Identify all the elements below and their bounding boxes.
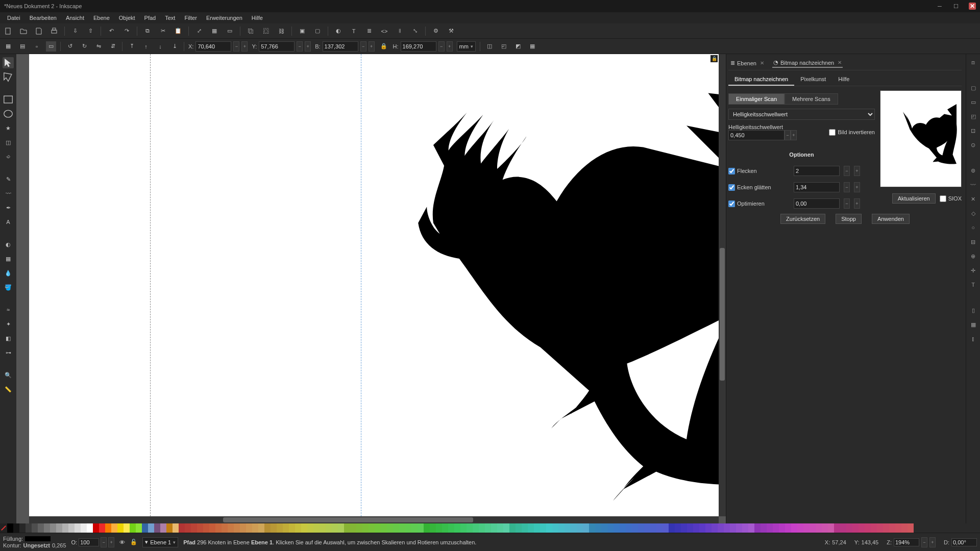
swatch[interactable] (816, 523, 822, 533)
apply-button[interactable]: Anwenden (872, 214, 910, 224)
swatch[interactable] (148, 523, 154, 533)
ellipse-tool-icon[interactable] (3, 108, 14, 119)
smooth-minus[interactable]: − (844, 182, 850, 192)
save-icon[interactable] (34, 26, 44, 36)
swatch[interactable] (705, 523, 712, 533)
flip-v-icon[interactable]: ⇵ (108, 41, 118, 52)
swatch[interactable] (277, 523, 283, 533)
flip-h-icon[interactable]: ⇋ (93, 41, 104, 52)
optimize-check[interactable]: Optimieren (728, 201, 790, 207)
paintbucket-tool-icon[interactable]: 🪣 (3, 282, 14, 293)
node-tool-icon[interactable] (3, 71, 14, 83)
swatch[interactable] (13, 523, 19, 533)
subtab-single[interactable]: Einmaliger Scan (728, 93, 785, 105)
star-tool-icon[interactable]: ★ (3, 122, 14, 134)
menu-datei[interactable]: Datei (3, 14, 24, 22)
b-minus[interactable]: − (360, 41, 366, 52)
dock-tab-trace[interactable]: ◔ Bitmap nachzeichnen ✕ (772, 58, 843, 68)
swatch[interactable] (797, 523, 803, 533)
swatch[interactable] (834, 523, 840, 533)
swatch[interactable] (448, 523, 454, 533)
pencil-tool-icon[interactable]: ✎ (3, 173, 14, 185)
swatch[interactable] (228, 523, 234, 533)
affect-gradient-icon[interactable]: ◩ (513, 41, 523, 52)
swatch[interactable] (626, 523, 632, 533)
menu-bearbeiten[interactable]: Bearbeiten (26, 14, 61, 22)
x-input[interactable] (195, 41, 231, 52)
menu-filter[interactable]: Filter (180, 14, 201, 22)
swatch[interactable] (93, 523, 99, 533)
menu-pfad[interactable]: Pfad (140, 14, 160, 22)
swatch[interactable] (240, 523, 246, 533)
swatch[interactable] (889, 523, 895, 533)
redo-icon[interactable]: ↷ (121, 26, 132, 36)
tweak-tool-icon[interactable]: ≈ (3, 304, 14, 315)
swatch[interactable] (271, 523, 277, 533)
affect-pattern-icon[interactable]: ▦ (527, 41, 537, 52)
menu-erweiterungen[interactable]: Erweiterungen (202, 14, 247, 22)
swatch[interactable] (418, 523, 424, 533)
snap-obj-center-icon[interactable]: ⊕ (968, 251, 978, 261)
swatch[interactable] (767, 523, 773, 533)
swatch[interactable] (179, 523, 185, 533)
swatch[interactable] (528, 523, 534, 533)
swatch[interactable] (430, 523, 436, 533)
close-icon[interactable]: ✕ (838, 60, 842, 65)
close-icon[interactable]: ✕ (760, 60, 764, 66)
rotate-ccw-icon[interactable]: ↺ (65, 41, 75, 52)
fill-swatch[interactable] (25, 536, 51, 541)
swatch[interactable] (601, 523, 607, 533)
horizontal-scrollbar[interactable] (29, 516, 719, 523)
clone-icon[interactable]: ⿴ (261, 26, 271, 36)
swatch[interactable] (681, 523, 687, 533)
swatch[interactable] (7, 523, 13, 533)
hscroll-thumb[interactable] (223, 517, 473, 522)
b-input[interactable] (323, 41, 358, 52)
mesh-tool-icon[interactable]: ▦ (3, 253, 14, 264)
import-icon[interactable]: ⇩ (70, 26, 80, 36)
rotation-input[interactable] (951, 538, 977, 546)
affect-corner-icon[interactable]: ◰ (499, 41, 509, 52)
h-plus[interactable]: + (447, 41, 453, 52)
unit-select[interactable]: mm (457, 41, 476, 52)
swatch[interactable] (895, 523, 901, 533)
swatch[interactable] (338, 523, 344, 533)
tab-help[interactable]: Hilfe (832, 73, 855, 86)
x-minus[interactable]: − (233, 41, 239, 52)
select-layer-icon[interactable]: ▤ (17, 41, 28, 52)
dropper-tool-icon[interactable]: 💧 (3, 267, 14, 279)
swatch[interactable] (632, 523, 638, 533)
swatch[interactable] (295, 523, 301, 533)
swatch[interactable] (687, 523, 693, 533)
swatch[interactable] (436, 523, 442, 533)
y-plus[interactable]: + (305, 41, 311, 52)
swatch[interactable] (558, 523, 565, 533)
color-palette[interactable]: // populated by script below (0, 523, 980, 533)
connector-tool-icon[interactable]: ⊶ (3, 347, 14, 358)
lock-ratio-icon[interactable]: 🔒 (379, 41, 389, 52)
rect-tool-icon[interactable] (3, 94, 14, 105)
layer-visible-icon[interactable]: 👁 (119, 539, 125, 545)
swatch[interactable] (160, 523, 166, 533)
swatch[interactable] (234, 523, 240, 533)
b-plus[interactable]: + (369, 41, 375, 52)
box3d-tool-icon[interactable]: ◫ (3, 137, 14, 148)
swatch[interactable] (313, 523, 320, 533)
snap-center-icon[interactable]: ⊙ (968, 140, 978, 150)
swatch[interactable] (130, 523, 136, 533)
snap-cusp-icon[interactable]: ◇ (968, 208, 978, 218)
swatch[interactable] (369, 523, 375, 533)
swatch[interactable] (38, 523, 44, 533)
zoom-input[interactable] (894, 538, 919, 546)
swatch[interactable] (142, 523, 148, 533)
swatch[interactable] (283, 523, 289, 533)
swatch[interactable] (846, 523, 852, 533)
swatch[interactable] (136, 523, 142, 533)
snap-midpoint-icon[interactable]: ⊡ (968, 126, 978, 136)
spray-tool-icon[interactable]: ✦ (3, 318, 14, 330)
maximize-button[interactable]: ☐ (952, 3, 960, 10)
lower-bottom-icon[interactable]: ⤓ (169, 41, 180, 52)
tab-pixel[interactable]: Pixelkunst (794, 73, 832, 86)
dove-silhouette[interactable] (218, 54, 719, 516)
tab-trace[interactable]: Bitmap nachzeichnen (728, 73, 794, 86)
